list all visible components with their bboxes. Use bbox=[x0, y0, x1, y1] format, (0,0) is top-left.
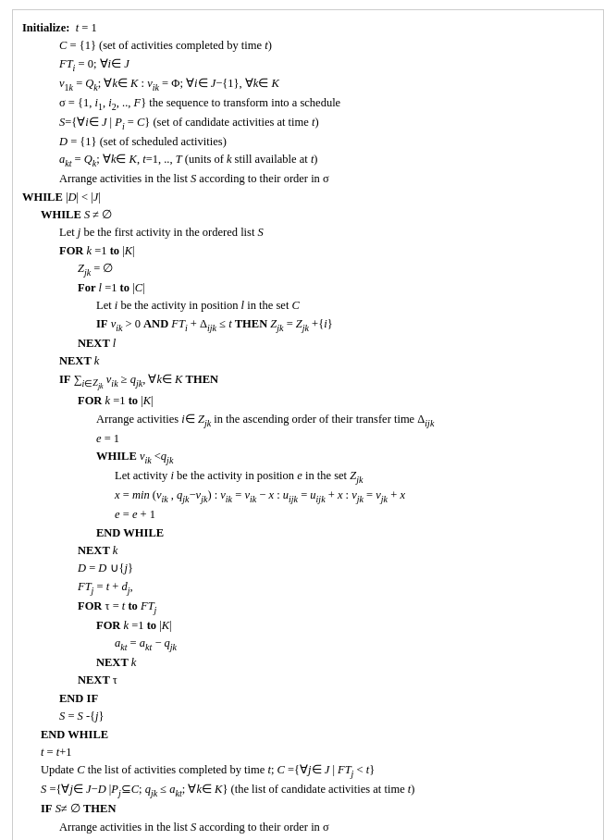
line-FT-j: FTj = t + dj, bbox=[22, 578, 594, 598]
line-while-D: WHILE |D| < |J| bbox=[22, 189, 594, 206]
line-FT-init: FTi = 0; ∀i∈ J bbox=[22, 56, 594, 75]
line-Zjk-empty: Zjk = ∅ bbox=[22, 260, 594, 279]
line-a-init: akt = Qk; ∀k∈ K, t=1, .., T (units of k … bbox=[22, 151, 594, 170]
line-end-if-sum: END IF bbox=[22, 690, 594, 708]
line-for-l: For l =1 to |C| bbox=[22, 279, 594, 297]
line-D-union: D = D ∪{j} bbox=[22, 560, 594, 577]
line-next-k-2: NEXT k bbox=[22, 542, 594, 560]
line-end-while-vik: END WHILE bbox=[22, 525, 594, 542]
line-e-increment: e = e + 1 bbox=[22, 506, 594, 524]
line-D-init: D = {1} (set of scheduled activities) bbox=[22, 133, 594, 151]
line-initialize: Initialize: t = 1 bbox=[22, 19, 594, 37]
line-for-k-inner: FOR k =1 to |K| bbox=[22, 392, 594, 410]
line-S-init: S={∀i∈ J | Pi = C} (set of candidate act… bbox=[22, 114, 594, 133]
line-let-i: Let i be the activity in position l in t… bbox=[22, 297, 594, 315]
line-let-activity-i: Let activity i be the activity in positi… bbox=[22, 467, 594, 487]
line-arrange-S-sigma: Arrange activities in the list S accordi… bbox=[22, 819, 594, 836]
line-next-k-1: NEXT k bbox=[22, 352, 594, 370]
line-t-increment: t = t+1 bbox=[22, 744, 594, 761]
line-next-l: NEXT l bbox=[22, 335, 594, 352]
line-while-vik: WHILE vik <qjk bbox=[22, 448, 594, 467]
init-t: t = 1 bbox=[76, 19, 97, 37]
line-while-S: WHILE S ≠ ∅ bbox=[22, 206, 594, 224]
line-if-sum: IF ∑i∈Zjk vik ≥ qjk, ∀k∈ K THEN bbox=[22, 371, 594, 393]
line-end-if-S: END IF bbox=[22, 836, 594, 840]
line-end-while-S: END WHILE bbox=[22, 726, 594, 744]
line-C-init: C = {1} (set of activities completed by … bbox=[22, 37, 594, 55]
line-for-k-tau: FOR k =1 to |K| bbox=[22, 617, 594, 635]
line-next-tau: NEXT τ bbox=[22, 672, 594, 689]
line-update-C: Update C the list of activities complete… bbox=[22, 761, 594, 781]
line-for-k: FOR k =1 to |K| bbox=[22, 242, 594, 260]
line-e-init: e = 1 bbox=[22, 430, 594, 448]
line-sigma-init: σ = {1, i1, i2, .., F} the sequence to t… bbox=[22, 94, 594, 114]
line-v-init: v1k = Qk; ∀k∈ K : vik = Φ; ∀i∈ J−{1}, ∀k… bbox=[22, 75, 594, 94]
line-S-update: S ={∀j∈ J−D |Pj⊆C; qjk ≤ akt; ∀k∈ K} (th… bbox=[22, 781, 594, 800]
line-x-min: x = min (vik , qjk−vjk) : vik = vik − x … bbox=[22, 487, 594, 506]
line-if-S-notempty: IF S≠ ∅ THEN bbox=[22, 800, 594, 818]
line-akt: akt = akt − qjk bbox=[22, 635, 594, 654]
line-arrange-sigma: Arrange activities in the list S accordi… bbox=[22, 170, 594, 188]
algorithm-page: Initialize: t = 1 C = {1} (set of activi… bbox=[12, 9, 604, 840]
algorithm-content: Initialize: t = 1 C = {1} (set of activi… bbox=[22, 19, 594, 840]
line-arrange-Zjk: Arrange activities i∈ Zjk in the ascendi… bbox=[22, 411, 594, 430]
line-let-j: Let j be the first activity in the order… bbox=[22, 224, 594, 241]
line-next-k-3: NEXT k bbox=[22, 654, 594, 672]
line-S-minus-j: S = S -{j} bbox=[22, 708, 594, 725]
initialize-label: Initialize: bbox=[22, 19, 76, 37]
line-if-vik: IF vik > 0 AND FTi + Δijk ≤ t THEN Zjk =… bbox=[22, 315, 594, 335]
line-for-tau: FOR τ = t to FTj bbox=[22, 598, 594, 617]
